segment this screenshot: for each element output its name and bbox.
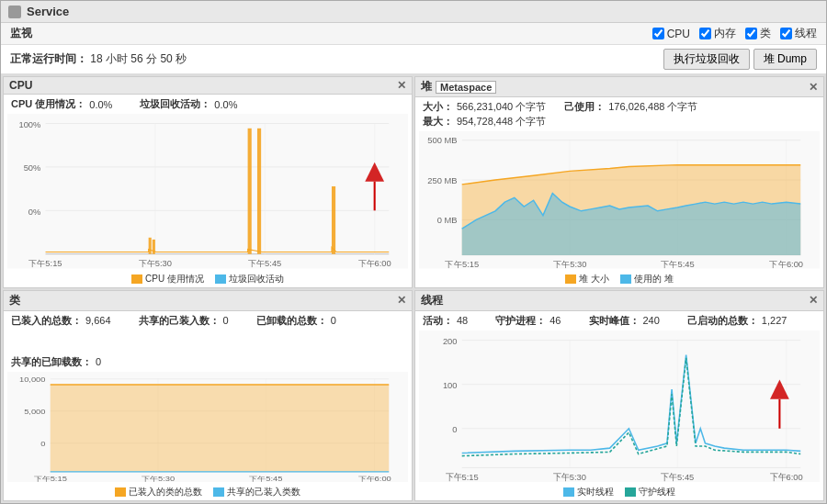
legend-cpu-usage: CPU 使用情况 [131, 273, 204, 286]
thread-chart: 200 100 0 下午5:15 下午5:30 下午5:45 下午6:00 [419, 330, 820, 483]
class-panel-stats: 已装入的总数： 9,664 共享的己装入数： 0 已卸载的总数： 0 共享的已卸… [4, 311, 412, 372]
svg-text:下午5:45: 下午5:45 [249, 476, 283, 482]
legend-daemon-thread: 守护线程 [625, 486, 675, 498]
panels-area: CPU ✕ CPU 使用情况： 0.0% 垃圾回收活动： 0.0% [1, 74, 826, 503]
thread-panel-header: 线程 ✕ [415, 291, 823, 311]
heap-size-stat: 大小： 566,231,040 个字节 [423, 100, 546, 114]
svg-rect-20 [332, 186, 335, 254]
svg-text:100%: 100% [18, 119, 41, 129]
toolbar-section-label: 监视 [10, 26, 32, 41]
title-bar: Service [1, 1, 826, 23]
class-shared-unloaded-stat: 共享的已卸载数： 0 [11, 355, 101, 369]
svg-text:下午5:15: 下午5:15 [28, 258, 62, 268]
class-panel-header: 类 ✕ [4, 291, 412, 311]
svg-rect-0 [7, 114, 408, 269]
svg-rect-19 [257, 129, 261, 254]
uptime-text: 正常运行时间： 18 小时 56 分 50 秒 [10, 51, 187, 67]
svg-text:0%: 0% [28, 206, 41, 216]
heap-chart: 500 MB 250 MB 0 MB 下午5:15 下午5:30 下午5:45 … [419, 131, 820, 269]
metaspace-tab[interactable]: Metaspace [436, 81, 496, 94]
cpu-chart-legend: CPU 使用情况 垃圾回收活动 [4, 271, 412, 287]
cpu-chart-container: 100% 50% 0% 下午5:15 下午5:30 下午5:45 下午6:00 [7, 114, 408, 269]
svg-text:下午5:15: 下午5:15 [446, 472, 479, 482]
class-panel-title: 类 [9, 293, 20, 308]
svg-text:下午5:15: 下午5:15 [34, 476, 68, 482]
svg-marker-55 [51, 384, 390, 471]
cpu-panel: CPU ✕ CPU 使用情况： 0.0% 垃圾回收活动： 0.0% [3, 76, 413, 288]
svg-text:200: 200 [443, 335, 458, 345]
cpu-chart: 100% 50% 0% 下午5:15 下午5:30 下午5:45 下午6:00 [7, 114, 408, 269]
thread-chart-legend: 实时线程 守护线程 [415, 484, 823, 500]
heap-dump-button[interactable]: 堆 Dump [753, 49, 817, 70]
heap-panel-close[interactable]: ✕ [809, 81, 818, 94]
class-panel: 类 ✕ 已装入的总数： 9,664 共享的己装入数： 0 已卸载的总数： 0 [3, 290, 413, 502]
svg-text:100: 100 [443, 379, 458, 389]
svg-text:下午6:00: 下午6:00 [770, 472, 803, 482]
heap-panel-stats: 大小： 566,231,040 个字节 己使用： 176,026,488 个字节… [415, 97, 823, 131]
cpu-usage-stat: CPU 使用情况： 0.0% [11, 97, 112, 111]
svg-text:下午6:00: 下午6:00 [358, 476, 392, 482]
cpu-panel-close[interactable]: ✕ [397, 79, 406, 92]
class-chart-legend: 已装入的类的总数 共享的己装入类数 [4, 484, 412, 500]
checkbox-class[interactable]: 类 [745, 26, 771, 41]
uptime-bar: 正常运行时间： 18 小时 56 分 50 秒 执行垃圾回收 堆 Dump [1, 45, 826, 74]
thread-chart-container: 200 100 0 下午5:15 下午5:30 下午5:45 下午6:00 [419, 330, 820, 483]
svg-text:250 MB: 250 MB [427, 176, 457, 185]
heap-chart-legend: 堆 大小 使用的 堆 [415, 271, 823, 287]
svg-text:下午5:30: 下午5:30 [142, 476, 176, 482]
class-panel-close[interactable]: ✕ [397, 294, 406, 307]
svg-text:50%: 50% [24, 162, 41, 173]
svg-text:0: 0 [40, 440, 46, 447]
svg-text:下午5:30: 下午5:30 [553, 472, 586, 482]
svg-rect-58 [419, 330, 820, 483]
action-buttons: 执行垃圾回收 堆 Dump [663, 49, 817, 70]
class-chart-container: 10,000 5,000 0 下午5:15 下午5:30 下午5:45 下午6:… [7, 372, 408, 483]
thread-total-stat: 己启动的总数： 1,227 [687, 314, 787, 328]
heap-max-stat: 最大： 954,728,448 个字节 [423, 115, 546, 129]
gc-activity-stat: 垃圾回收活动： 0.0% [140, 97, 237, 111]
checkbox-memory[interactable]: 内存 [699, 26, 736, 41]
svg-text:下午5:15: 下午5:15 [445, 260, 479, 269]
toolbar: 监视 CPU 内存 类 线程 [1, 23, 826, 45]
main-window: Service 监视 CPU 内存 类 线程 正常运行时间： 18 小时 56 … [0, 0, 827, 504]
cpu-panel-title: CPU [9, 79, 32, 92]
gc-button[interactable]: 执行垃圾回收 [663, 49, 750, 70]
thread-daemon-stat: 守护进程： 46 [495, 314, 561, 328]
thread-peak-stat: 实时峰值： 240 [589, 314, 660, 328]
checkbox-thread[interactable]: 线程 [780, 26, 817, 41]
svg-text:下午6:00: 下午6:00 [769, 260, 803, 269]
class-unloaded-stat: 已卸载的总数： 0 [256, 314, 336, 328]
cpu-panel-header: CPU ✕ [4, 77, 412, 95]
app-icon [8, 6, 21, 18]
svg-text:下午5:45: 下午5:45 [661, 472, 694, 482]
svg-text:下午6:00: 下午6:00 [358, 258, 391, 268]
legend-heap-size: 堆 大小 [565, 273, 609, 286]
class-loaded-stat: 已装入的总数： 9,664 [11, 314, 111, 328]
svg-text:0 MB: 0 MB [437, 217, 458, 226]
legend-class-shared: 共享的己装入类数 [213, 486, 300, 498]
svg-text:下午5:45: 下午5:45 [248, 258, 281, 268]
heap-chart-container: 500 MB 250 MB 0 MB 下午5:15 下午5:30 下午5:45 … [419, 131, 820, 269]
svg-text:10,000: 10,000 [19, 375, 46, 383]
legend-class-loaded: 已装入的类的总数 [115, 486, 202, 498]
svg-text:下午5:30: 下午5:30 [553, 260, 587, 269]
svg-text:0: 0 [452, 423, 457, 433]
checkbox-cpu[interactable]: CPU [652, 26, 690, 41]
heap-panel: 堆 Metaspace ✕ 大小： 566,231,040 个字节 己使用： 1… [414, 76, 824, 288]
window-title: Service [27, 5, 69, 18]
heap-panel-header: 堆 Metaspace ✕ [415, 77, 823, 97]
thread-panel-stats: 活动： 48 守护进程： 46 实时峰值： 240 己启动的总数： 1,227 [415, 311, 823, 330]
thread-active-stat: 活动： 48 [423, 314, 468, 328]
class-shared-loaded-stat: 共享的己装入数： 0 [139, 314, 229, 328]
class-chart: 10,000 5,000 0 下午5:15 下午5:30 下午5:45 下午6:… [7, 372, 408, 483]
thread-panel: 线程 ✕ 活动： 48 守护进程： 46 实时峰值： 240 己启动的总 [414, 290, 824, 502]
svg-text:500 MB: 500 MB [427, 137, 457, 146]
heap-used-stat: 己使用： 176,026,488 个字节 [564, 100, 697, 114]
thread-panel-close[interactable]: ✕ [809, 294, 818, 307]
legend-live-thread: 实时线程 [563, 486, 614, 498]
heap-panel-title: 堆 [421, 79, 432, 95]
svg-text:5,000: 5,000 [24, 408, 46, 415]
legend-gc-activity: 垃圾回收活动 [215, 273, 284, 286]
legend-heap-used: 使用的 堆 [620, 273, 674, 286]
monitor-checkboxes: CPU 内存 类 线程 [652, 26, 817, 41]
